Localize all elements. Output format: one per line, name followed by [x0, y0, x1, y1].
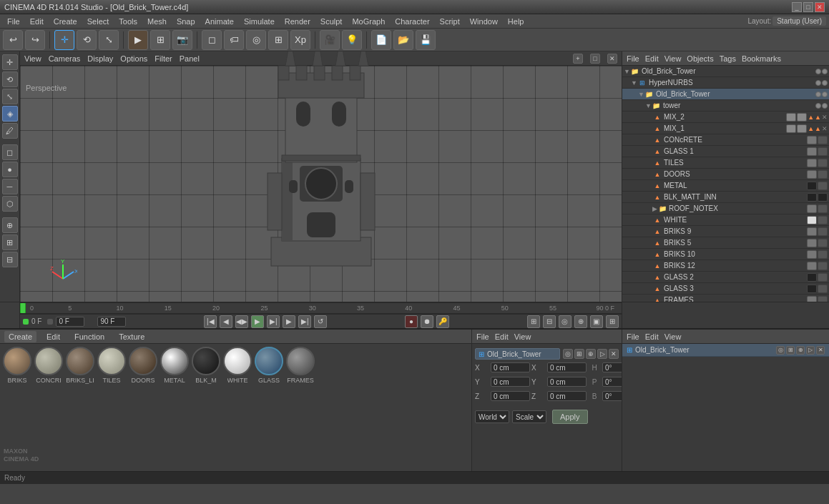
mat-tab-texture[interactable]: Texture: [114, 331, 149, 342]
obj-row-concrete[interactable]: ▲ CONcRETE: [622, 134, 829, 146]
obj-row-frames[interactable]: ▲ FRAMES: [622, 295, 829, 302]
timeline-mode-4[interactable]: ⊕: [574, 315, 587, 328]
attr-ctrl-1[interactable]: ◎: [563, 349, 573, 359]
open-scene[interactable]: 📂: [393, 30, 413, 50]
viewport-menu-view[interactable]: View: [24, 54, 41, 63]
obj-row-briks12[interactable]: ▲ BRIKS 12: [622, 260, 829, 272]
material-button[interactable]: ◎: [246, 30, 266, 50]
obj-menu-view[interactable]: View: [664, 54, 682, 63]
frame-input[interactable]: [56, 317, 84, 327]
material-white[interactable]: WHITE: [223, 347, 252, 384]
mat-tab-create[interactable]: Create: [4, 331, 36, 342]
obj-row-briks10[interactable]: ▲ BRIKS 10: [622, 249, 829, 260]
timeline-mode-3[interactable]: ◎: [559, 315, 572, 328]
goto-end-button[interactable]: ▶|: [298, 315, 311, 328]
br-ctrl-4[interactable]: ▷: [806, 346, 815, 355]
render-region[interactable]: ⊞: [150, 30, 170, 50]
mat-tab-edit[interactable]: Edit: [42, 331, 64, 342]
workplane[interactable]: ⊟: [2, 252, 18, 267]
model-mode[interactable]: ◻: [2, 144, 18, 160]
obj-row-mix2[interactable]: ▲ MIX_2 ▲ ▲ ✕: [622, 112, 829, 123]
x-pos-input[interactable]: [491, 362, 530, 372]
timeline-mode-1[interactable]: ⊞: [527, 315, 540, 328]
menu-simulate[interactable]: Simulate: [240, 16, 279, 26]
paint-tool[interactable]: 🖊: [2, 123, 18, 139]
goto-start-button[interactable]: |◀: [204, 315, 217, 328]
viewport-menu-filter[interactable]: Filter: [154, 54, 172, 63]
timeline-mode-2[interactable]: ⊟: [543, 315, 556, 328]
viewport-close[interactable]: ✕: [607, 54, 617, 64]
br-ctrl-3[interactable]: ⊕: [796, 346, 805, 355]
rotate-tool[interactable]: ⟲: [77, 30, 97, 50]
xpresso-button[interactable]: Xp: [290, 30, 310, 50]
undo-button[interactable]: ↩: [3, 30, 23, 50]
material-blk-m[interactable]: BLK_M: [192, 347, 220, 384]
obj-row-tower[interactable]: ▼ 📁 tower: [622, 100, 829, 112]
br-ctrl-1[interactable]: ◎: [776, 346, 785, 355]
obj-row-glass3[interactable]: ▲ GLASS 3: [622, 283, 829, 295]
obj-row-hypernurbs[interactable]: ▼ ⊞ HyperNURBS: [622, 77, 829, 89]
prev-frame-button[interactable]: ◀: [220, 315, 232, 328]
viewport-maximize[interactable]: □: [590, 54, 600, 64]
obj-menu-edit[interactable]: Edit: [645, 54, 659, 63]
viewport-menu-panel[interactable]: Panel: [180, 54, 200, 63]
attr-ctrl-3[interactable]: ⊕: [586, 349, 596, 359]
render-to-po[interactable]: 📷: [172, 30, 192, 50]
new-scene[interactable]: 📄: [371, 30, 391, 50]
edge-mode[interactable]: ─: [2, 179, 18, 194]
save-scene[interactable]: 💾: [416, 30, 436, 50]
viewport-menu-cameras[interactable]: Cameras: [49, 54, 81, 63]
play-button[interactable]: ▶: [251, 315, 264, 328]
viewport-menu-display[interactable]: Display: [87, 54, 113, 63]
obj-row-tiles[interactable]: ▲ TILES: [622, 157, 829, 169]
timeline-mode-5[interactable]: ▣: [590, 315, 603, 328]
fps-field[interactable]: [97, 317, 126, 327]
render-button[interactable]: ▶: [128, 30, 148, 50]
move-tool-left[interactable]: ✛: [2, 54, 18, 70]
play-forward-button[interactable]: ▶|: [267, 315, 280, 328]
scale-tool-left[interactable]: ⤡: [2, 89, 18, 104]
menu-script[interactable]: Script: [436, 16, 464, 26]
snap-enable[interactable]: ⊞: [2, 234, 18, 250]
enable-axis[interactable]: ⊕: [2, 217, 18, 233]
play-reverse-button[interactable]: ◀▶: [235, 315, 248, 328]
menu-mograph[interactable]: MoGraph: [348, 16, 389, 26]
material-glass[interactable]: GLASS: [255, 347, 283, 384]
scale-tool[interactable]: ⤡: [99, 30, 119, 50]
tag-button[interactable]: 🏷: [224, 30, 244, 50]
br-menu-file[interactable]: File: [627, 332, 639, 341]
loop-button[interactable]: ↺: [314, 315, 327, 328]
attr-ctrl-2[interactable]: ⊞: [574, 349, 584, 359]
close-button[interactable]: ✕: [815, 2, 825, 12]
menu-sculpt[interactable]: Sculpt: [316, 16, 347, 26]
move-tool[interactable]: ✛: [54, 30, 74, 50]
obj-menu-file[interactable]: File: [627, 54, 639, 63]
obj-row-briks9[interactable]: ▲ BRIKS 9: [622, 226, 829, 237]
menu-render[interactable]: Render: [280, 16, 315, 26]
material-concrete[interactable]: CONCRI: [34, 347, 63, 384]
layer-button[interactable]: ⊞: [268, 30, 288, 50]
menu-snap[interactable]: Snap: [172, 16, 200, 26]
obj-row-mix1[interactable]: ▲ MIX_1 ▲ ▲ ✕: [622, 123, 829, 134]
rotate-tool-left[interactable]: ⟲: [2, 71, 18, 87]
timeline-mode-6[interactable]: ⊞: [606, 315, 619, 328]
menu-window[interactable]: Window: [466, 16, 502, 26]
y-rot-input[interactable]: [547, 377, 587, 387]
point-mode[interactable]: ●: [2, 162, 18, 177]
viewport-menu-options[interactable]: Options: [120, 54, 147, 63]
menu-tools[interactable]: Tools: [114, 16, 142, 26]
viewport-layout-btn[interactable]: +: [573, 54, 583, 64]
menu-edit[interactable]: Edit: [26, 16, 48, 26]
obj-menu-bookmarks[interactable]: Bookmarks: [742, 54, 781, 63]
br-menu-edit[interactable]: Edit: [645, 332, 659, 341]
light-button[interactable]: 💡: [342, 30, 362, 50]
menu-help[interactable]: Help: [504, 16, 529, 26]
obj-menu-tags[interactable]: Tags: [720, 54, 736, 63]
record-button[interactable]: ●: [405, 315, 418, 328]
attr-menu-view[interactable]: View: [514, 332, 531, 341]
material-briks-li[interactable]: BRIKS_LI: [66, 347, 94, 384]
obj-row-glass1[interactable]: ▲ GLASS 1: [622, 146, 829, 157]
obj-row-white[interactable]: ▲ WHITE: [622, 214, 829, 226]
poly-mode[interactable]: ⬡: [2, 196, 18, 212]
obj-row-glass2[interactable]: ▲ GLASS 2: [622, 272, 829, 283]
